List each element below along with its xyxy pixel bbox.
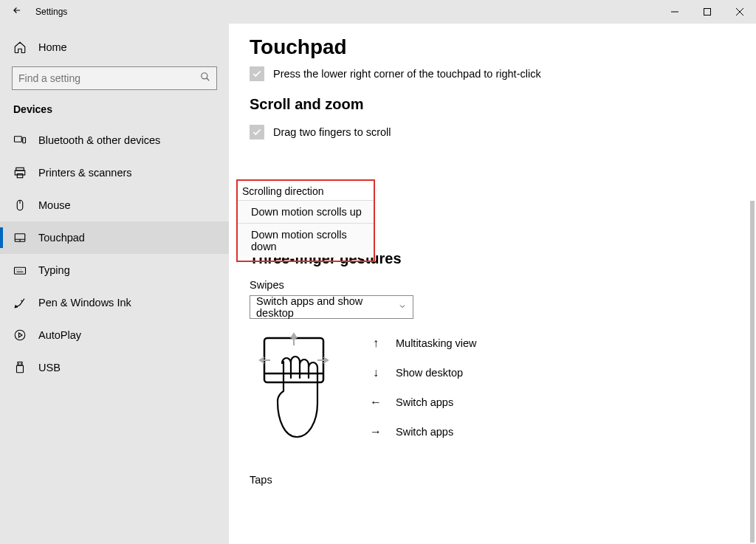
home-icon [13,41,28,54]
scroll-zoom-heading: Scroll and zoom [250,96,756,113]
checkbox-icon [250,66,264,81]
sidebar-item-usb[interactable]: USB [0,351,229,384]
arrow-down-icon: ↓ [369,366,382,379]
titlebar: Settings [0,0,756,24]
scrollbar[interactable] [750,201,755,543]
right-click-checkbox-row[interactable]: Press the lower right corner of the touc… [250,66,756,81]
sidebar-item-label: Printers & scanners [38,167,132,179]
mouse-icon [13,199,28,212]
sidebar-item-printers[interactable]: Printers & scanners [0,156,229,189]
gesture-label: Show desktop [396,367,463,379]
scrolling-direction-option[interactable]: Down motion scrolls down [238,223,374,258]
gesture-row-down: ↓ Show desktop [369,366,477,379]
svg-rect-11 [18,362,22,366]
usb-icon [13,361,28,374]
svg-rect-9 [15,267,26,274]
maximize-button[interactable] [691,0,724,24]
swipes-selected: Switch apps and show desktop [256,295,398,319]
search-input[interactable] [12,66,217,90]
sidebar-item-mouse[interactable]: Mouse [0,189,229,221]
chevron-down-icon [398,301,407,313]
keyboard-icon [13,264,28,277]
devices-icon [13,134,28,147]
close-button[interactable] [724,0,756,24]
scrolling-direction-option[interactable]: Down motion scrolls up [238,200,374,223]
svg-point-1 [202,73,207,79]
sidebar-item-bluetooth[interactable]: Bluetooth & other devices [0,124,229,156]
printer-icon [13,166,28,179]
taps-label: Taps [250,474,756,486]
drag-two-checkbox-row[interactable]: Drag two fingers to scroll [250,125,756,140]
sidebar-category: Devices [0,97,229,124]
search-icon [200,72,210,85]
sidebar-home-label: Home [38,41,67,53]
gesture-row-left: ← Switch apps [369,396,477,409]
swipes-combobox[interactable]: Switch apps and show desktop [250,295,413,319]
drag-two-label: Drag two fingers to scroll [273,126,391,138]
search-field[interactable] [18,72,200,84]
scrolling-direction-dropdown[interactable]: Scrolling direction Down motion scrolls … [236,179,375,262]
sidebar-item-touchpad[interactable]: Touchpad [0,221,229,254]
gesture-label: Switch apps [396,396,453,408]
sidebar-item-pen[interactable]: Pen & Windows Ink [0,286,229,319]
arrow-left-icon: ← [369,396,382,409]
right-click-label: Press the lower right corner of the touc… [273,68,541,80]
touchpad-icon [13,231,28,244]
sidebar-home[interactable]: Home [0,32,229,62]
gesture-label: Switch apps [396,426,453,438]
sidebar-item-label: Typing [38,264,70,276]
gesture-row-up: ↑ Multitasking view [369,337,477,350]
svg-rect-0 [704,9,711,16]
svg-rect-6 [17,174,23,178]
sidebar-item-label: Bluetooth & other devices [38,134,160,146]
svg-rect-5 [15,171,25,175]
main-content: Touchpad Press the lower right corner of… [229,24,756,544]
sidebar-item-label: Mouse [38,199,71,211]
svg-point-10 [15,330,25,340]
sidebar-item-label: AutoPlay [38,329,81,341]
sidebar-item-label: Pen & Windows Ink [38,297,131,309]
sidebar-item-typing[interactable]: Typing [0,254,229,286]
back-icon[interactable] [12,5,22,18]
sidebar-item-label: Touchpad [38,232,85,244]
window-title: Settings [35,7,67,17]
swipes-label: Swipes [250,279,756,291]
arrow-up-icon: ↑ [369,337,382,350]
pen-icon [13,296,28,309]
autoplay-icon [13,328,28,342]
gesture-label: Multitasking view [396,337,477,349]
scrolling-direction-label: Scrolling direction [238,185,374,200]
minimize-button[interactable] [659,0,691,24]
gesture-row-right: → Switch apps [369,425,477,438]
sidebar-item-autoplay[interactable]: AutoPlay [0,319,229,351]
checkbox-icon [250,125,264,140]
svg-rect-12 [17,365,24,373]
touchpad-illustration [250,332,338,468]
page-title: Touchpad [250,35,756,59]
svg-rect-2 [15,137,22,142]
sidebar-item-label: USB [38,362,61,373]
arrow-right-icon: → [369,425,382,438]
sidebar: Home Devices Bluetooth & other devices P… [0,24,229,544]
svg-rect-3 [23,137,26,143]
